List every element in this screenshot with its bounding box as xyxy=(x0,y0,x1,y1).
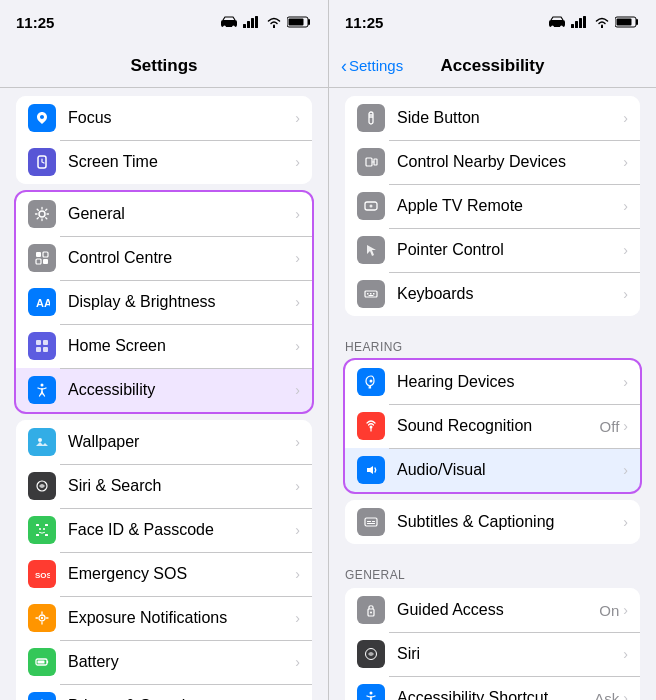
focus-icon xyxy=(28,104,56,132)
sidebar-item-accessibility[interactable]: Accessibility › xyxy=(16,368,312,412)
car-icon xyxy=(220,16,238,28)
left-status-icons xyxy=(220,16,312,28)
screen-time-icon xyxy=(28,148,56,176)
item-audio-visual[interactable]: Audio/Visual › xyxy=(345,448,640,492)
side-button-icon xyxy=(357,104,385,132)
wallpaper-label: Wallpaper xyxy=(68,433,295,451)
siri-search-label: Siri & Search xyxy=(68,477,295,495)
left-scroll-area[interactable]: Focus › Screen Time › General › xyxy=(0,88,328,700)
right-time: 11:25 xyxy=(345,14,383,31)
svg-rect-33 xyxy=(38,661,45,664)
pointer-icon xyxy=(357,236,385,264)
sidebar-item-siri-search[interactable]: Siri & Search › xyxy=(16,464,312,508)
item-subtitles[interactable]: Subtitles & Captioning › xyxy=(345,500,640,544)
right-panel: 11:25 xyxy=(328,0,656,700)
left-nav-title: Settings xyxy=(130,56,197,76)
left-time: 11:25 xyxy=(16,14,54,31)
svg-rect-34 xyxy=(549,20,565,27)
sound-recognition-label: Sound Recognition xyxy=(397,417,600,435)
svg-rect-5 xyxy=(251,18,254,28)
sidebar-item-battery[interactable]: Battery › xyxy=(16,640,312,684)
display-chevron: › xyxy=(295,294,300,310)
wallpaper-chevron: › xyxy=(295,434,300,450)
keyboards-chevron: › xyxy=(623,286,628,302)
svg-point-27 xyxy=(39,528,41,530)
svg-point-31 xyxy=(41,617,43,619)
right-scroll-area[interactable]: Side Button › Control Nearby Devices › A… xyxy=(329,88,656,700)
subtitles-chevron: › xyxy=(623,514,628,530)
item-control-nearby[interactable]: Control Nearby Devices › xyxy=(345,140,640,184)
screen-time-chevron: › xyxy=(295,154,300,170)
svg-rect-40 xyxy=(583,16,586,28)
item-pointer[interactable]: Pointer Control › xyxy=(345,228,640,272)
svg-rect-53 xyxy=(369,295,374,296)
siri-right-chevron: › xyxy=(623,646,628,662)
item-hearing-devices[interactable]: Hearing Devices › xyxy=(345,360,640,404)
general-section-label: GENERAL xyxy=(329,552,656,588)
item-accessibility-shortcut[interactable]: Accessibility Shortcut Ask › xyxy=(345,676,640,700)
svg-rect-8 xyxy=(289,19,304,26)
home-screen-icon xyxy=(28,332,56,360)
back-button[interactable]: ‹ Settings xyxy=(341,57,403,75)
sidebar-item-faceid[interactable]: Face ID & Passcode › xyxy=(16,508,312,552)
svg-rect-57 xyxy=(367,521,371,522)
section-hearing: HEARING xyxy=(329,324,656,360)
sidebar-item-general[interactable]: General › xyxy=(16,192,312,236)
svg-rect-11 xyxy=(36,252,41,257)
accessibility-shortcut-icon xyxy=(357,684,385,700)
svg-point-54 xyxy=(370,380,373,383)
sidebar-item-emergency[interactable]: SOS Emergency SOS › xyxy=(16,552,312,596)
sound-recognition-chevron: › xyxy=(623,418,628,434)
svg-rect-0 xyxy=(221,20,237,27)
sidebar-item-exposure[interactable]: Exposure Notifications › xyxy=(16,596,312,640)
faceid-label: Face ID & Passcode xyxy=(68,521,295,539)
wallpaper-icon xyxy=(28,428,56,456)
right-signal-icon xyxy=(571,16,589,28)
audio-visual-icon xyxy=(357,456,385,484)
left-panel: 11:25 xyxy=(0,0,328,700)
battery-item-icon xyxy=(28,648,56,676)
siri-search-chevron: › xyxy=(295,478,300,494)
sidebar-item-home-screen[interactable]: Home Screen › xyxy=(16,324,312,368)
svg-point-21 xyxy=(38,438,42,442)
svg-rect-19 xyxy=(43,347,48,352)
svg-rect-26 xyxy=(45,534,48,536)
svg-rect-45 xyxy=(366,158,372,166)
sidebar-item-focus[interactable]: Focus › xyxy=(16,96,312,140)
side-button-chevron: › xyxy=(623,110,628,126)
siri-search-icon xyxy=(28,472,56,500)
wifi-icon xyxy=(266,16,282,28)
item-keyboards[interactable]: Keyboards › xyxy=(345,272,640,316)
battery-label: Battery xyxy=(68,653,295,671)
emergency-label: Emergency SOS xyxy=(68,565,295,583)
group-hearing: Hearing Devices › Sound Recognition Off … xyxy=(345,360,640,492)
faceid-icon xyxy=(28,516,56,544)
item-apple-tv[interactable]: Apple TV Remote › xyxy=(345,184,640,228)
sidebar-item-screen-time[interactable]: Screen Time › xyxy=(16,140,312,184)
svg-rect-52 xyxy=(373,293,375,295)
svg-rect-14 xyxy=(43,259,48,264)
item-sound-recognition[interactable]: Sound Recognition Off › xyxy=(345,404,640,448)
item-side-button[interactable]: Side Button › xyxy=(345,96,640,140)
siri-right-icon xyxy=(357,640,385,668)
home-screen-chevron: › xyxy=(295,338,300,354)
keyboards-icon xyxy=(357,280,385,308)
sidebar-item-privacy[interactable]: Privacy & Security › xyxy=(16,684,312,700)
sidebar-item-wallpaper[interactable]: Wallpaper › xyxy=(16,420,312,464)
signal-icon xyxy=(243,16,261,28)
apple-tv-chevron: › xyxy=(623,198,628,214)
item-siri-right[interactable]: Siri › xyxy=(345,632,640,676)
sidebar-item-control-centre[interactable]: Control Centre › xyxy=(16,236,312,280)
accessibility-shortcut-label: Accessibility Shortcut xyxy=(397,689,594,700)
right-status-icons xyxy=(548,16,640,28)
sidebar-item-display[interactable]: AA Display & Brightness › xyxy=(16,280,312,324)
item-guided-access[interactable]: Guided Access On › xyxy=(345,588,640,632)
group-subtitles: Subtitles & Captioning › xyxy=(345,500,640,544)
guided-access-chevron: › xyxy=(623,602,628,618)
sound-recognition-icon xyxy=(357,412,385,440)
guided-access-label: Guided Access xyxy=(397,601,599,619)
sound-recognition-value: Off xyxy=(600,418,620,435)
svg-rect-25 xyxy=(36,534,39,536)
svg-rect-24 xyxy=(45,524,48,526)
svg-rect-37 xyxy=(571,24,574,28)
